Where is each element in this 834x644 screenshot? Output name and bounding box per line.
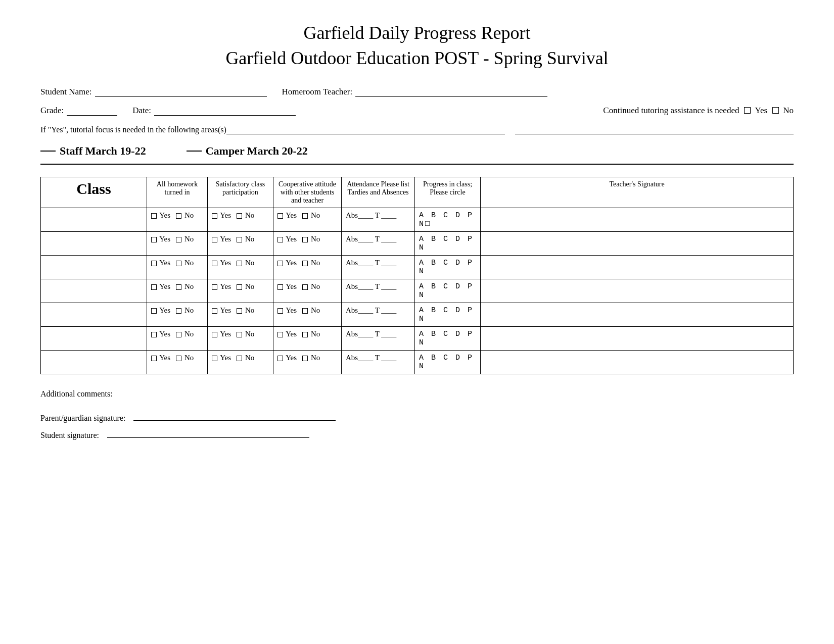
participation-cell[interactable]: Yes No [208,303,273,326]
footer-section: Additional comments: Parent/guardian sig… [40,389,794,440]
col-header-attitude: Cooperative attitude with other students… [273,177,342,208]
progress-cell[interactable]: A B C D P N [415,303,481,326]
participation-cell[interactable]: Yes No [208,255,273,279]
participation-cell[interactable]: Yes No [208,326,273,350]
progress-cell[interactable]: A B C D P N [415,279,481,303]
col-header-participation: Satisfactory class participation [208,177,273,208]
progress-cell[interactable]: A B C D P N [415,255,481,279]
yes-checkbox[interactable] [744,107,751,114]
class-cell[interactable] [41,303,147,326]
tutorial-focus-row: If "Yes", tutorial focus is needed in th… [40,124,794,134]
hw-cell[interactable]: Yes No [147,255,208,279]
hw-cell[interactable]: Yes No [147,326,208,350]
camper-item: Camper March 20-22 [187,144,308,158]
progress-cell[interactable]: A B C D P N [415,350,481,374]
attitude-cell[interactable]: Yes No [273,303,342,326]
col-header-progress: Progress in class; Please circle [415,177,481,208]
camper-underline [187,151,202,152]
class-cell[interactable] [41,279,147,303]
grade-label: Grade: [40,106,64,116]
homeroom-teacher-label: Homeroom Teacher: [282,87,353,97]
attitude-cell[interactable]: Yes No [273,279,342,303]
no-checkbox[interactable] [772,107,779,114]
tutoring-label: Continued tutoring assistance is needed [603,106,739,116]
progress-table: Class All homework turned in Satisfactor… [40,177,794,374]
hw-cell[interactable]: Yes No [147,303,208,326]
parent-signature-label: Parent/guardian signature: [40,414,125,422]
grade-date-tutoring-row: Grade: Date: Continued tutoring assistan… [40,105,794,116]
additional-comments-label: Additional comments: [40,389,113,398]
homeroom-teacher-input[interactable] [355,86,547,97]
signature-cell[interactable] [481,279,794,303]
attitude-cell[interactable]: Yes No [273,231,342,255]
staff-camper-row: Staff March 19-22 Camper March 20-22 [40,144,794,158]
student-name-label: Student Name: [40,87,92,97]
date-input[interactable] [154,105,296,116]
class-cell[interactable] [41,326,147,350]
student-signature-row: Student signature: [40,431,794,440]
class-cell[interactable] [41,255,147,279]
divider [40,164,794,165]
participation-cell[interactable]: Yes No [208,279,273,303]
hw-cell[interactable]: Yes No [147,231,208,255]
title-section: Garfield Daily Progress Report Garfield … [40,20,794,71]
table-row: Yes No Yes No Yes NoAbs____ T ____A B C … [41,231,794,255]
signature-cell[interactable] [481,303,794,326]
attendance-cell[interactable]: Abs____ T ____ [342,231,415,255]
attitude-cell[interactable]: Yes No [273,326,342,350]
col-header-signature: Teacher's Signature [481,177,794,208]
signature-cell[interactable] [481,231,794,255]
parent-signature-row: Parent/guardian signature: [40,414,794,423]
class-cell[interactable] [41,208,147,231]
student-name-input[interactable] [95,86,267,97]
tutorial-focus-label: If "Yes", tutorial focus is needed in th… [40,125,226,134]
attitude-cell[interactable]: Yes No [273,255,342,279]
attendance-cell[interactable]: Abs____ T ____ [342,279,415,303]
title-line1: Garfield Daily Progress Report [304,23,531,43]
hw-cell[interactable]: Yes No [147,350,208,374]
signature-cell[interactable] [481,208,794,231]
signature-cell[interactable] [481,350,794,374]
signature-cell[interactable] [481,255,794,279]
attendance-cell[interactable]: Abs____ T ____ [342,255,415,279]
tutoring-group: Continued tutoring assistance is needed … [603,106,794,116]
no-label: No [783,106,794,116]
class-cell[interactable] [41,350,147,374]
camper-label: Camper March 20-22 [206,144,308,158]
class-cell[interactable] [41,231,147,255]
date-label: Date: [132,106,151,116]
yes-label: Yes [755,106,767,116]
tutorial-focus-input[interactable] [226,124,505,134]
tutorial-focus-extra-input[interactable] [515,124,794,134]
student-homeroom-row: Student Name: Homeroom Teacher: [40,86,794,97]
table-row: Yes No Yes No Yes NoAbs____ T ____A B C … [41,279,794,303]
table-row: Yes No Yes No Yes NoAbs____ T ____A B C … [41,350,794,374]
progress-cell[interactable]: A B C D P N [415,326,481,350]
attendance-cell[interactable]: Abs____ T ____ [342,326,415,350]
title-line2: Garfield Outdoor Education POST - Spring… [225,48,608,68]
staff-item: Staff March 19-22 [40,144,146,158]
signature-cell[interactable] [481,326,794,350]
hw-cell[interactable]: Yes No [147,208,208,231]
col-header-homework: All homework turned in [147,177,208,208]
progress-cell[interactable]: A B C D P N□ [415,208,481,231]
attitude-cell[interactable]: Yes No [273,350,342,374]
no-checkbox-group[interactable]: No [772,106,794,116]
progress-cell[interactable]: A B C D P N [415,231,481,255]
participation-cell[interactable]: Yes No [208,350,273,374]
attitude-cell[interactable]: Yes No [273,208,342,231]
student-signature-line [107,437,309,438]
hw-cell[interactable]: Yes No [147,279,208,303]
yes-checkbox-group[interactable]: Yes [744,106,767,116]
participation-cell[interactable]: Yes No [208,208,273,231]
staff-label: Staff March 19-22 [60,144,146,158]
attendance-cell[interactable]: Abs____ T ____ [342,350,415,374]
grade-input[interactable] [67,105,117,116]
table-row: Yes No Yes No Yes NoAbs____ T ____A B C … [41,326,794,350]
attendance-cell[interactable]: Abs____ T ____ [342,303,415,326]
participation-cell[interactable]: Yes No [208,231,273,255]
attendance-cell[interactable]: Abs____ T ____ [342,208,415,231]
staff-underline [40,151,56,152]
table-row: Yes No Yes No Yes NoAbs____ T ____A B C … [41,255,794,279]
student-signature-label: Student signature: [40,431,99,439]
